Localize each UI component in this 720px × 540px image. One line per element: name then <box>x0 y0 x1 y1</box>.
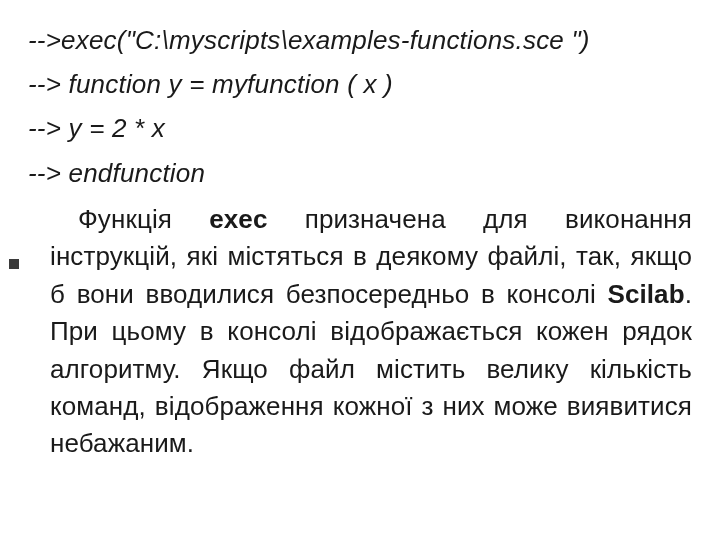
bold-scilab: Scilab <box>607 279 684 309</box>
bullet-icon <box>9 259 19 269</box>
code-line-2: --> function y = myfunction ( x ) <box>28 62 692 106</box>
text-segment: Функція <box>78 204 209 234</box>
paragraph: Функція exec призначена для виконання ін… <box>28 201 692 463</box>
code-line-3: --> y = 2 * x <box>28 106 692 150</box>
bold-exec: exec <box>209 204 267 234</box>
code-line-1: -->exec("C:\myscripts\examples-functions… <box>28 18 692 62</box>
code-line-4: --> endfunction <box>28 151 692 195</box>
